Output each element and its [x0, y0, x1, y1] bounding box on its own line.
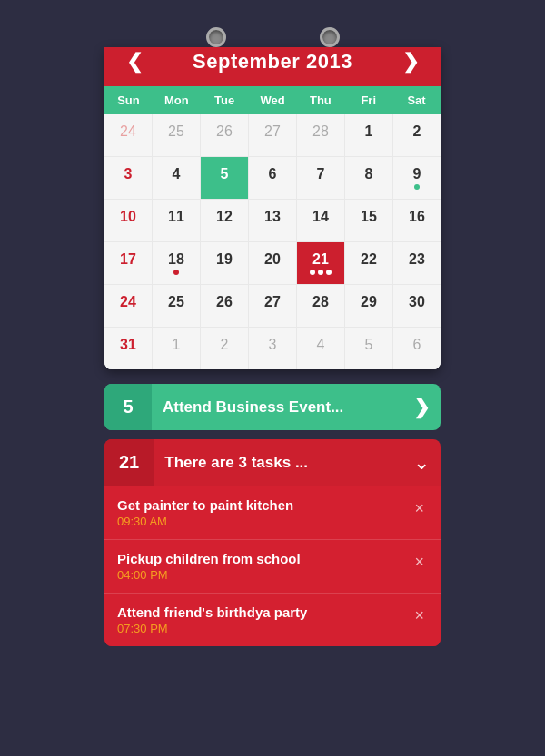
cal-cell-w5d5[interactable]: 5 — [345, 328, 392, 369]
cell-day-number: 5 — [365, 337, 373, 353]
prev-month-button[interactable]: ❮ — [119, 48, 150, 75]
cal-cell-w4d2[interactable]: 26 — [201, 285, 248, 327]
day-header-tue: Tue — [201, 86, 249, 114]
teal-event-bar[interactable]: 5 Attend Business Event... ❯ — [104, 384, 441, 430]
cal-cell-w1d6[interactable]: 9 — [393, 157, 441, 199]
cell-day-number: 6 — [413, 337, 421, 353]
calendar-body: ❮ September 2013 ❯ SunMonTueWedThuFriSat… — [104, 47, 441, 369]
cal-cell-w2d0[interactable]: 10 — [104, 200, 152, 241]
task-content-2: Attend friend's birthdya party07:30 PM — [117, 604, 411, 635]
cell-day-number: 12 — [216, 209, 233, 225]
cell-day-number: 8 — [365, 166, 373, 182]
cal-cell-w2d4[interactable]: 14 — [297, 200, 344, 241]
ring-right — [320, 27, 340, 47]
cal-cell-w3d5[interactable]: 22 — [345, 242, 392, 284]
cell-day-number: 4 — [173, 166, 181, 182]
cal-cell-w3d2[interactable]: 19 — [201, 242, 248, 284]
ring-left — [206, 27, 226, 47]
cell-day-number: 21 — [312, 251, 329, 268]
cell-day-number: 5 — [221, 166, 229, 182]
cal-cell-w4d0[interactable]: 24 — [104, 285, 152, 327]
task-item-0[interactable]: Get painter to paint kitchen09:30 AM× — [104, 486, 441, 539]
cal-cell-w2d2[interactable]: 12 — [201, 200, 248, 241]
cell-day-number: 15 — [361, 209, 377, 225]
task-content-1: Pickup children from school04:00 PM — [117, 551, 411, 582]
cal-cell-w3d4[interactable]: 21 — [297, 242, 344, 284]
task-name-1: Pickup children from school — [117, 551, 411, 566]
day-header-wed: Wed — [249, 86, 297, 114]
cal-cell-w2d1[interactable]: 11 — [153, 200, 200, 241]
task-content-0: Get painter to paint kitchen09:30 AM — [117, 497, 411, 528]
cell-day-number: 17 — [120, 251, 136, 268]
day-header-sun: Sun — [104, 86, 153, 114]
cal-cell-w0d4[interactable]: 28 — [297, 114, 344, 156]
day-header-fri: Fri — [344, 86, 392, 114]
cell-dot — [414, 184, 420, 190]
cell-day-number: 18 — [168, 251, 184, 268]
teal-event-chevron: ❯ — [402, 396, 441, 419]
cell-day-number: 27 — [264, 294, 281, 310]
cell-day-number: 10 — [120, 209, 136, 225]
cal-cell-w0d6[interactable]: 2 — [393, 114, 441, 156]
cal-cell-w3d1[interactable]: 18 — [153, 242, 200, 284]
tasks-title: There are 3 tasks ... — [154, 454, 402, 472]
cell-day-number: 20 — [264, 251, 281, 268]
cal-cell-w0d2[interactable]: 26 — [201, 114, 248, 156]
cal-cell-w4d5[interactable]: 29 — [345, 285, 392, 327]
cal-cell-w0d0[interactable]: 24 — [104, 114, 152, 156]
events-section: 5 Attend Business Event... ❯ 21 There ar… — [104, 384, 441, 646]
cell-day-number: 3 — [269, 337, 277, 353]
cal-cell-w4d1[interactable]: 25 — [153, 285, 200, 327]
day-header-sat: Sat — [392, 86, 441, 114]
cal-cell-w0d1[interactable]: 25 — [153, 114, 200, 156]
task-time-0: 09:30 AM — [117, 515, 411, 528]
cell-day-number: 28 — [312, 294, 329, 310]
cal-cell-w1d3[interactable]: 6 — [249, 157, 296, 199]
task-close-button-0[interactable]: × — [411, 499, 428, 518]
cal-cell-w0d5[interactable]: 1 — [345, 114, 392, 156]
cal-cell-w1d0[interactable]: 3 — [104, 157, 152, 199]
day-header-mon: Mon — [153, 86, 201, 114]
cal-cell-w4d3[interactable]: 27 — [249, 285, 296, 327]
cal-cell-w1d5[interactable]: 8 — [345, 157, 392, 199]
tasks-day: 21 — [104, 439, 154, 486]
cal-cell-w1d4[interactable]: 7 — [297, 157, 344, 199]
task-close-button-1[interactable]: × — [411, 553, 428, 572]
cell-day-number: 1 — [365, 123, 373, 140]
cal-cell-w5d4[interactable]: 4 — [297, 328, 344, 369]
cell-day-number: 16 — [409, 209, 425, 225]
cal-cell-w5d1[interactable]: 1 — [153, 328, 200, 369]
task-name-2: Attend friend's birthdya party — [117, 604, 411, 620]
next-month-button[interactable]: ❯ — [395, 48, 426, 75]
cal-cell-w4d4[interactable]: 28 — [297, 285, 344, 327]
task-time-1: 04:00 PM — [117, 568, 411, 582]
cal-cell-w4d6[interactable]: 30 — [393, 285, 441, 327]
task-name-0: Get painter to paint kitchen — [117, 497, 411, 513]
tasks-section: 21 There are 3 tasks ... ⌄ Get painter t… — [104, 439, 441, 646]
cal-cell-w2d6[interactable]: 16 — [393, 200, 441, 241]
cell-day-number: 24 — [120, 294, 136, 310]
calendar-widget: ❮ September 2013 ❯ SunMonTueWedThuFriSat… — [104, 27, 441, 646]
task-close-button-2[interactable]: × — [411, 606, 428, 625]
cell-dots — [310, 270, 332, 275]
cal-cell-w3d0[interactable]: 17 — [104, 242, 152, 284]
cal-cell-w2d3[interactable]: 13 — [249, 200, 296, 241]
cal-cell-w3d6[interactable]: 23 — [393, 242, 441, 284]
cal-cell-w5d6[interactable]: 6 — [393, 328, 441, 369]
cell-day-number: 14 — [312, 209, 329, 225]
cal-cell-w5d2[interactable]: 2 — [201, 328, 248, 369]
cal-cell-w5d3[interactable]: 3 — [249, 328, 296, 369]
cal-cell-w3d3[interactable]: 20 — [249, 242, 296, 284]
cell-day-number: 7 — [317, 166, 325, 182]
cal-cell-w0d3[interactable]: 27 — [249, 114, 296, 156]
task-item-1[interactable]: Pickup children from school04:00 PM× — [104, 539, 441, 593]
task-item-2[interactable]: Attend friend's birthdya party07:30 PM× — [104, 593, 441, 646]
cell-day-number: 19 — [216, 251, 233, 268]
month-title: September 2013 — [193, 50, 352, 74]
cal-cell-w2d5[interactable]: 15 — [345, 200, 392, 241]
tasks-header[interactable]: 21 There are 3 tasks ... ⌄ — [104, 439, 441, 486]
cal-cell-w5d0[interactable]: 31 — [104, 328, 152, 369]
cal-cell-w1d2[interactable]: 5 — [201, 157, 248, 199]
cal-cell-w1d1[interactable]: 4 — [153, 157, 200, 199]
day-header-thu: Thu — [296, 86, 344, 114]
